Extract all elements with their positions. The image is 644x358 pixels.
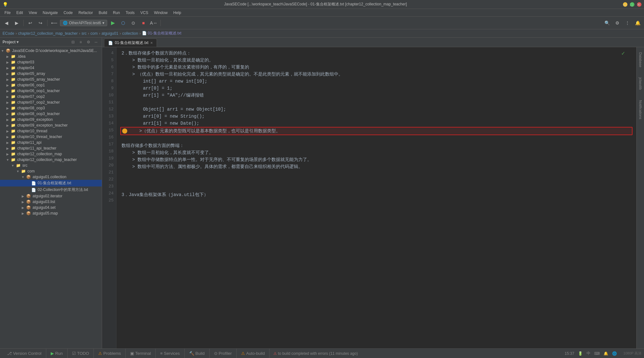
- tree-item[interactable]: ▶📁.idea: [0, 54, 102, 59]
- back-button[interactable]: ◀: [2, 18, 11, 27]
- tree-item[interactable]: ▶📁chapter08_oop3_teacher: [0, 111, 102, 117]
- menu-window[interactable]: Window: [152, 10, 170, 16]
- menu-file[interactable]: File: [2, 10, 13, 16]
- tree-item[interactable]: ▶📁chapter07_oop2_teacher: [0, 99, 102, 105]
- forward-button[interactable]: ▶: [12, 18, 21, 27]
- tree-item[interactable]: 📄01-集合框架概述.txt: [0, 180, 102, 186]
- debug-button[interactable]: ⬡: [119, 18, 128, 27]
- tab-close-button[interactable]: ✕: [150, 41, 153, 45]
- build-icon: 🔨: [189, 351, 194, 356]
- tree-item[interactable]: ▶📁chapter09_exception_teacher: [0, 122, 102, 128]
- settings-button[interactable]: ⚙: [613, 18, 622, 27]
- breadcrumb-com[interactable]: com: [91, 31, 98, 36]
- tree-item[interactable]: ▶📦atguigu02.iterator: [0, 193, 102, 199]
- undo-button[interactable]: ↩: [26, 18, 35, 27]
- notifications-panel-button[interactable]: Notifications: [637, 98, 644, 122]
- run-config-selector[interactable]: 🌐 OtherAPITest.test6 ▾: [60, 20, 107, 26]
- tree-item[interactable]: ▼📁com: [0, 168, 102, 174]
- tree-arrow-icon: ▼: [5, 158, 10, 162]
- tree-item[interactable]: ▶📁chapter03: [0, 59, 102, 65]
- tree-item[interactable]: ▼📁src: [0, 163, 102, 168]
- tree-arrow-icon: ▼: [20, 175, 26, 179]
- tab-01-file[interactable]: 📄 01-集合框架概述.txt ✕: [104, 39, 157, 47]
- jclasslib-panel-button[interactable]: jclasslib: [637, 75, 644, 92]
- menu-navigate[interactable]: Navigate: [40, 10, 60, 16]
- menu-run[interactable]: Run: [110, 10, 122, 16]
- tree-item[interactable]: ▶📦atguigu04.set: [0, 205, 102, 210]
- tree-item[interactable]: 📄02-Collection中的常用方法.txt: [0, 186, 102, 193]
- problems-label: Problems: [103, 351, 121, 356]
- stop-button[interactable]: ■: [139, 18, 148, 27]
- tree-item[interactable]: ▶📁chapter09_exception: [0, 117, 102, 122]
- tree-item[interactable]: ▶📁chapter11_api_teacher: [0, 145, 102, 151]
- auto-build-tab[interactable]: ⚠ Auto-build: [237, 349, 270, 358]
- breadcrumb-chapter12[interactable]: chapter12_collection_map_teacher: [18, 31, 78, 36]
- tree-item[interactable]: ▼📦atguigu01.collection: [0, 174, 102, 180]
- run-tab[interactable]: ▶ Run: [46, 349, 68, 358]
- tree-item[interactable]: ▶📁chapter08_oop3: [0, 105, 102, 111]
- tree-item[interactable]: ▶📁chapter10_thread_teacher: [0, 134, 102, 140]
- notifications-button[interactable]: 🔔: [633, 18, 642, 27]
- menu-code[interactable]: Code: [61, 10, 75, 16]
- tree-item[interactable]: ▶📁chapter07_oop2: [0, 94, 102, 99]
- breadcrumb-atguigu01[interactable]: atguigu01: [101, 31, 118, 36]
- more-button[interactable]: ⋮: [623, 18, 632, 27]
- tree-item[interactable]: ▶📁chapter11_api: [0, 140, 102, 145]
- tree-arrow-icon: ▶: [5, 84, 10, 87]
- search-everywhere-button[interactable]: 🔍: [603, 18, 611, 27]
- menu-edit[interactable]: Edit: [14, 10, 26, 16]
- tree-item[interactable]: ▶📁chapter12_collection_map: [0, 151, 102, 157]
- tree-file-icon: 📁: [10, 94, 16, 99]
- collapse-all-button[interactable]: ⊟: [70, 39, 76, 45]
- tree-item[interactable]: ▶📦atguigu03.list: [0, 199, 102, 205]
- tree-item[interactable]: ▶📁chapter06_oop1_teacher: [0, 88, 102, 94]
- expand-all-button[interactable]: ≡: [78, 39, 84, 45]
- breadcrumb-file[interactable]: 📄 01-集合框架概述.txt: [142, 31, 181, 36]
- run-button[interactable]: ▶: [108, 18, 117, 27]
- code-line: > 数组中存储数据特点的单一性。对于无序的、不可重复的场景的多个数据就无能为力了…: [122, 156, 631, 163]
- maximize-button[interactable]: □: [630, 2, 634, 7]
- terminal-tab[interactable]: ▣ Terminal: [126, 349, 156, 358]
- problems-tab[interactable]: ⚠ Problems: [94, 349, 126, 358]
- breadcrumb-src[interactable]: src: [82, 31, 87, 36]
- code-editor[interactable]: 45678910111213141516171819202122232425 2…: [102, 47, 636, 348]
- navigate-back-button[interactable]: ⟵: [50, 18, 59, 27]
- tree-file-icon: 📁: [10, 157, 16, 162]
- tree-item[interactable]: ▶📦atguigu05.map: [0, 210, 102, 216]
- build-tab[interactable]: 🔨 Build: [185, 349, 210, 358]
- menu-help[interactable]: Help: [171, 10, 184, 16]
- tree-item-label: chapter08_oop3: [17, 106, 102, 110]
- close-button[interactable]: ✕: [637, 2, 641, 7]
- database-panel-button[interactable]: Database: [637, 50, 644, 70]
- version-control-tab[interactable]: ⎇ Version Control: [3, 349, 46, 358]
- code-line: > （优点）数组一旦初始化完成，其元素的类型就是确定的。不是此类型的元素，就不能…: [122, 71, 631, 78]
- redo-button[interactable]: ↪: [36, 18, 45, 27]
- close-panel-button[interactable]: ─: [93, 39, 99, 45]
- tree-item[interactable]: ▼📦JavaSECode D:\code\workspace_teach\Jav…: [0, 48, 102, 54]
- services-tab[interactable]: ≡ Services: [156, 349, 184, 358]
- tree-arrow-icon: ▶: [5, 147, 10, 150]
- tree-item[interactable]: ▶📁chapter10_thread: [0, 128, 102, 134]
- gear-icon[interactable]: ⚙: [85, 39, 92, 45]
- title-bar-controls[interactable]: ─ □ ✕: [623, 2, 641, 7]
- tree-item-label: atguigu02.iterator: [33, 194, 102, 198]
- tree-item[interactable]: ▶📁chapter04: [0, 65, 102, 71]
- menu-tools[interactable]: Tools: [123, 10, 137, 16]
- tree-item[interactable]: ▼📁chapter12_collection_map_teacher: [0, 157, 102, 163]
- menu-refactor[interactable]: Refactor: [76, 10, 95, 16]
- minimize-button[interactable]: ─: [623, 2, 627, 7]
- todo-tab[interactable]: ☑ TODO: [68, 349, 94, 358]
- tree-item[interactable]: ▶📁chapter06_oop1: [0, 82, 102, 88]
- run-with-coverage-button[interactable]: ⊙: [129, 18, 138, 27]
- menu-view[interactable]: View: [26, 10, 40, 16]
- tree-item[interactable]: ▶📁chapter05_array_teacher: [0, 77, 102, 82]
- breadcrumb-collection[interactable]: collection: [122, 31, 138, 36]
- tree-item[interactable]: ▶📁chapter05_array: [0, 71, 102, 77]
- translate-button[interactable]: A↔: [149, 18, 158, 27]
- code-line: [122, 170, 631, 177]
- profiler-tab[interactable]: ⊙ Profiler: [210, 349, 237, 358]
- code-content[interactable]: 2．数组存储多个数据方面的特点： > 数组一旦初始化，其长度就是确定的。 > 数…: [116, 47, 636, 348]
- menu-vcs[interactable]: VCS: [138, 10, 151, 16]
- menu-build[interactable]: Build: [96, 10, 110, 16]
- breadcrumb-ecode[interactable]: ECode: [3, 31, 14, 36]
